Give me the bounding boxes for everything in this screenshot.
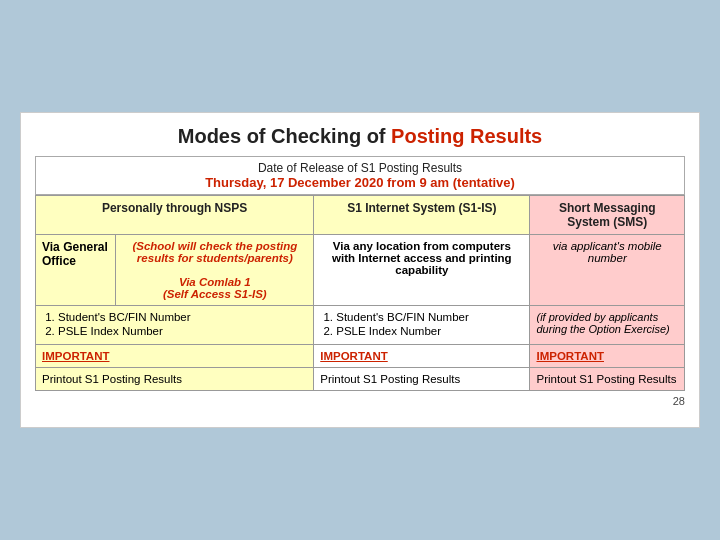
modes-table: Personally through NSPS S1 Internet Syst… [35,195,685,391]
title-prefix: Modes of Checking of [178,125,391,147]
list-col2: Student's BC/FIN Number PSLE Index Numbe… [314,306,530,345]
printout-col3: Printout S1 Posting Results [530,368,685,391]
important-col2: IMPORTANT [314,345,530,368]
date-label: Date of Release of S1 Posting Results [42,161,678,175]
list1-item2: PSLE Index Number [58,325,307,337]
via-general-office: Via General Office [36,235,116,306]
via-mobile-text: via applicant's mobile number [553,240,662,264]
general-office-label: Via General Office [42,240,109,268]
table-header-row: Personally through NSPS S1 Internet Syst… [36,196,685,235]
school-check-cell: (School will check the posting results f… [116,235,314,306]
header-personally: Personally through NSPS [36,196,314,235]
important-col1: IMPORTANT [36,345,314,368]
important-label-3: IMPORTANT [536,350,604,362]
important-label-2: IMPORTANT [320,350,388,362]
list2-item2: PSLE Index Number [336,325,523,337]
via-mobile-cell: via applicant's mobile number [530,235,685,306]
important-col3: IMPORTANT [530,345,685,368]
printout-label-2: Printout S1 Posting Results [320,373,460,385]
page-number: 28 [35,395,685,407]
printout-col1: Printout S1 Posting Results [36,368,314,391]
main-container: Modes of Checking of Posting Results Dat… [20,112,700,428]
title-highlight: Posting Results [391,125,542,147]
printout-col2: Printout S1 Posting Results [314,368,530,391]
list2-item1: Student's BC/FIN Number [336,311,523,323]
table-row: Via General Office (School will check th… [36,235,685,306]
page-title: Modes of Checking of Posting Results [35,125,685,148]
list2: Student's BC/FIN Number PSLE Index Numbe… [320,311,523,337]
comlab-sub: (Self Access S1-IS) [163,288,267,300]
header-sms: Short Messaging System (SMS) [530,196,685,235]
school-check-text: (School will check the posting results f… [122,240,307,264]
via-comlab: Via Comlab 1 (Self Access S1-IS) [122,276,307,300]
printout-label-1: Printout S1 Posting Results [42,373,182,385]
table-row: IMPORTANT IMPORTANT IMPORTANT [36,345,685,368]
printout-label-3: Printout S1 Posting Results [536,373,676,385]
list-col3-note: (if provided by applicants during the Op… [530,306,685,345]
date-value: Thursday, 17 December 2020 from 9 am (te… [42,175,678,190]
comlab-label: Via Comlab 1 [179,276,251,288]
date-section: Date of Release of S1 Posting Results Th… [35,156,685,195]
list1: Student's BC/FIN Number PSLE Index Numbe… [42,311,307,337]
via-internet-cell: Via any location from computers with Int… [314,235,530,306]
table-row: Student's BC/FIN Number PSLE Index Numbe… [36,306,685,345]
header-s1is: S1 Internet System (S1-IS) [314,196,530,235]
important-label-1: IMPORTANT [42,350,110,362]
via-internet-text: Via any location from computers with Int… [332,240,512,276]
table-row: Printout S1 Posting Results Printout S1 … [36,368,685,391]
if-provided-note: (if provided by applicants during the Op… [536,311,669,335]
list-col1: Student's BC/FIN Number PSLE Index Numbe… [36,306,314,345]
list1-item1: Student's BC/FIN Number [58,311,307,323]
